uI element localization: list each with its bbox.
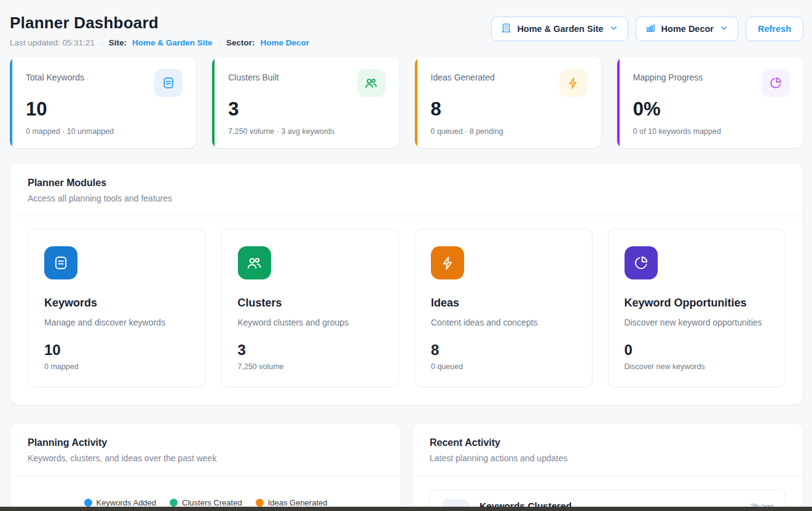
stats-row: Total Keywords 10 0 mapped · 10 unmapped… xyxy=(10,57,803,148)
module-value: 3 xyxy=(238,341,383,359)
stat-subtext: 7,250 volume · 3 avg keywords xyxy=(228,127,385,136)
modules-panel-title: Planner Modules xyxy=(28,177,786,189)
bottom-edge-bar xyxy=(0,507,812,511)
stat-card-top: Mapping Progress xyxy=(633,69,790,97)
module-title: Clusters xyxy=(238,297,383,310)
planning-activity-chart: Keywords Added Clusters Created Ideas Ge… xyxy=(10,476,401,511)
sector-label: Sector: xyxy=(226,38,255,47)
stat-label: Ideas Generated xyxy=(431,69,495,82)
stat-card-clusters-built[interactable]: Clusters Built 3 7,250 volume · 3 avg ke… xyxy=(212,57,398,148)
last-updated-text: Last updated: 05:31:21 xyxy=(10,38,95,47)
module-subtext: 0 mapped xyxy=(44,362,189,371)
planning-activity-subtitle: Keywords, clusters, and ideas over the p… xyxy=(28,453,384,463)
module-title: Keywords xyxy=(44,297,189,310)
module-card-keywords[interactable]: Keywords Manage and discover keywords 10… xyxy=(28,228,206,388)
bottom-row: Planning Activity Keywords, clusters, an… xyxy=(10,423,803,511)
module-subtext: 0 queued xyxy=(431,362,576,371)
modules-panel-header: Planner Modules Access all planning tool… xyxy=(10,163,803,216)
planning-activity-header: Planning Activity Keywords, clusters, an… xyxy=(10,423,401,475)
site-label: Site: xyxy=(109,38,127,47)
zap-icon xyxy=(431,246,464,279)
refresh-button[interactable]: Refresh xyxy=(746,17,803,41)
module-card-keyword-opportunities[interactable]: Keyword Opportunities Discover new keywo… xyxy=(608,228,786,388)
stat-subtext: 0 queued · 8 pending xyxy=(431,127,588,136)
recent-activity-list: Keywords Clustered 2h ago 3 new clusters… xyxy=(412,476,803,511)
stat-subtext: 0 mapped · 10 unmapped xyxy=(26,127,183,136)
stat-label: Clusters Built xyxy=(228,69,278,82)
legend-dot-green xyxy=(170,499,178,507)
header-meta: Last updated: 05:31:21 · Site: Home & Ga… xyxy=(10,38,309,47)
document-icon xyxy=(154,69,183,97)
legend-item-clusters-created[interactable]: Clusters Created xyxy=(170,498,242,507)
legend-label: Clusters Created xyxy=(182,498,242,507)
stat-label: Total Keywords xyxy=(26,69,84,82)
recent-activity-subtitle: Latest planning actions and updates xyxy=(430,453,786,463)
pie-chart-icon xyxy=(762,69,790,97)
planning-activity-panel: Planning Activity Keywords, clusters, an… xyxy=(10,423,401,511)
document-icon xyxy=(44,246,77,279)
site-selector-dropdown[interactable]: Home & Garden Site xyxy=(491,17,628,41)
page-title: Planner Dashboard xyxy=(10,14,309,33)
stat-card-top: Clusters Built xyxy=(228,69,385,97)
planning-activity-title: Planning Activity xyxy=(28,437,384,448)
legend-label: Keywords Added xyxy=(97,498,157,507)
module-card-clusters[interactable]: Clusters Keyword clusters and groups 3 7… xyxy=(221,228,400,388)
site-selector-label: Home & Garden Site xyxy=(517,24,603,34)
pie-chart-icon xyxy=(625,246,658,279)
stat-card-mapping-progress[interactable]: Mapping Progress 0% 0 of 10 keywords map… xyxy=(617,57,803,148)
stat-value: 3 xyxy=(228,98,385,120)
site-link[interactable]: Home & Garden Site xyxy=(132,38,213,47)
stat-card-top: Ideas Generated xyxy=(431,69,588,97)
header-left: Planner Dashboard Last updated: 05:31:21… xyxy=(10,14,309,47)
stat-subtext: 0 of 10 keywords mapped xyxy=(633,127,790,136)
stat-label: Mapping Progress xyxy=(633,69,703,82)
chart-legend: Keywords Added Clusters Created Ideas Ge… xyxy=(19,498,392,507)
stat-value: 10 xyxy=(26,98,183,120)
module-value: 0 xyxy=(625,341,770,359)
sector-link[interactable]: Home Decor xyxy=(260,38,309,47)
module-title: Ideas xyxy=(431,297,576,310)
module-value: 10 xyxy=(44,341,189,359)
legend-item-keywords-added[interactable]: Keywords Added xyxy=(84,498,157,507)
recent-activity-panel: Recent Activity Latest planning actions … xyxy=(412,423,803,511)
chevron-down-icon xyxy=(719,23,728,34)
module-description: Discover new keyword opportunities xyxy=(625,318,770,327)
modules-panel-subtitle: Access all planning tools and features xyxy=(28,193,786,203)
module-description: Keyword clusters and groups xyxy=(238,318,383,327)
page-header: Planner Dashboard Last updated: 05:31:21… xyxy=(10,14,803,47)
module-description: Manage and discover keywords xyxy=(44,318,189,327)
sector-selector-dropdown[interactable]: Home Decor xyxy=(636,17,738,41)
meta-separator: · xyxy=(218,38,221,47)
header-toolbar: Home & Garden Site Home Decor Refresh xyxy=(491,17,803,41)
planner-modules-panel: Planner Modules Access all planning tool… xyxy=(10,163,803,405)
module-subtext: 7,250 volume xyxy=(238,362,383,371)
bar-chart-icon xyxy=(645,23,656,35)
module-card-ideas[interactable]: Ideas Content ideas and concepts 8 0 que… xyxy=(414,228,593,388)
stat-value: 8 xyxy=(431,98,588,120)
refresh-button-label: Refresh xyxy=(758,24,791,34)
stat-card-total-keywords[interactable]: Total Keywords 10 0 mapped · 10 unmapped xyxy=(10,57,196,148)
stat-card-ideas-generated[interactable]: Ideas Generated 8 0 queued · 8 pending xyxy=(415,57,601,148)
legend-label: Ideas Generated xyxy=(268,498,328,507)
module-subtext: Discover new keywords xyxy=(625,362,770,371)
stat-value: 0% xyxy=(633,98,790,120)
chevron-down-icon xyxy=(609,23,618,34)
users-icon xyxy=(357,69,385,97)
legend-dot-blue xyxy=(84,499,92,507)
zap-icon xyxy=(559,69,588,97)
users-icon xyxy=(238,246,271,279)
legend-dot-orange xyxy=(256,499,264,507)
planner-dashboard-page: Planner Dashboard Last updated: 05:31:21… xyxy=(0,0,812,511)
module-value: 8 xyxy=(431,341,576,359)
module-title: Keyword Opportunities xyxy=(625,297,770,310)
recent-activity-header: Recent Activity Latest planning actions … xyxy=(412,423,803,475)
stat-card-top: Total Keywords xyxy=(26,69,183,97)
sector-selector-label: Home Decor xyxy=(661,24,714,34)
recent-activity-title: Recent Activity xyxy=(430,437,786,448)
module-description: Content ideas and concepts xyxy=(431,318,576,327)
building-icon xyxy=(501,23,511,35)
legend-item-ideas-generated[interactable]: Ideas Generated xyxy=(256,498,328,507)
modules-grid: Keywords Manage and discover keywords 10… xyxy=(10,216,803,405)
meta-separator: · xyxy=(100,38,103,47)
